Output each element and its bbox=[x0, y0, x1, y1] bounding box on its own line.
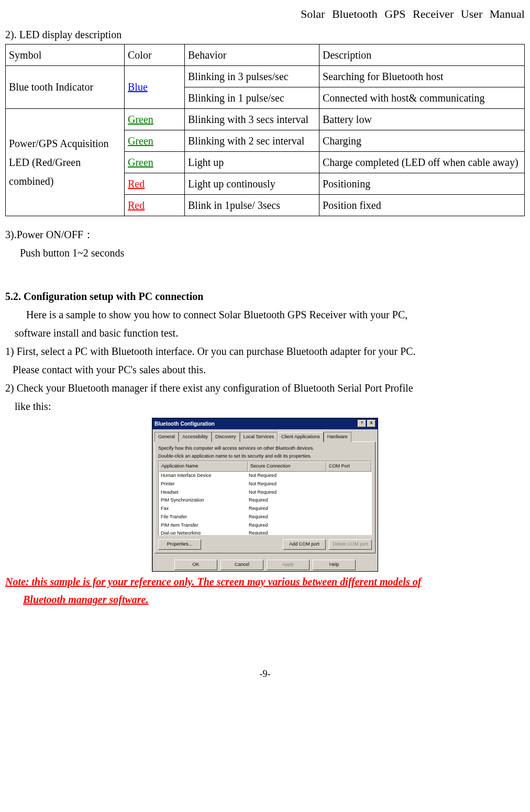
list-item[interactable]: PIM SynchronizationRequired bbox=[159, 496, 371, 505]
list-item[interactable]: PrinterNot Required bbox=[159, 480, 371, 488]
dialog-title: Bluetooth Configuration bbox=[154, 419, 215, 429]
cell: Required bbox=[247, 521, 324, 530]
cell bbox=[324, 521, 371, 530]
table-row: Power/GPS Acquisition LED (Red/Green com… bbox=[6, 108, 525, 130]
list-item[interactable]: File TransferRequired bbox=[159, 513, 371, 521]
list-item[interactable]: Dial-up NetworkingRequired bbox=[159, 529, 371, 535]
dialog-text: Double-click an application name to set … bbox=[158, 453, 372, 459]
col-com-port[interactable]: COM Port bbox=[326, 461, 371, 472]
dialog-titlebar: Bluetooth Configuration ? X bbox=[152, 418, 378, 430]
cell: Human Interface Device bbox=[159, 472, 247, 480]
color-red: Red bbox=[128, 178, 145, 190]
dialog-button-row: Properties... Add COM port Delete COM po… bbox=[158, 539, 372, 550]
cell-behavior: Blinking in 1 pulse/sec bbox=[185, 87, 319, 108]
add-com-port-button[interactable]: Add COM port bbox=[283, 539, 326, 550]
cell bbox=[324, 496, 371, 505]
sec52-title: 5.2. Configuration setup with PC connect… bbox=[5, 287, 525, 306]
cell: Dial-up Networking bbox=[159, 529, 247, 535]
cell bbox=[324, 472, 371, 480]
cell bbox=[324, 513, 371, 521]
delete-com-port-button[interactable]: Delete COM port bbox=[329, 539, 372, 550]
note-line2: Bluetooth manager software. bbox=[5, 594, 148, 605]
paragraph-text: like this: bbox=[5, 401, 51, 412]
tab-general[interactable]: General bbox=[154, 432, 179, 442]
cell-behavior: Light up continously bbox=[185, 173, 319, 194]
col-secure-connection[interactable]: Secure Connection bbox=[248, 461, 326, 472]
paragraph-text: 1) First, select a PC with Bluetooth int… bbox=[5, 346, 416, 357]
dialog-panel: Specify how this computer will access se… bbox=[154, 441, 376, 553]
tab-hardware[interactable]: Hardware bbox=[324, 432, 351, 442]
table-row: Blue tooth Indicator Blue Blinking in 3 … bbox=[6, 65, 525, 87]
list-item[interactable]: PIM Item TransferRequired bbox=[159, 521, 371, 530]
cell: Required bbox=[247, 505, 324, 513]
properties-button[interactable]: Properties... bbox=[158, 539, 201, 550]
cell-description: Connected with host& communicating bbox=[319, 87, 525, 108]
cell: Required bbox=[247, 496, 324, 505]
cell-color: Green bbox=[125, 151, 185, 173]
tab-local-services[interactable]: Local Services bbox=[240, 432, 278, 442]
cell: PIM Item Transfer bbox=[159, 521, 247, 530]
dialog-text: Specify how this computer will access se… bbox=[158, 446, 372, 451]
list-item[interactable]: Human Interface DeviceNot Required bbox=[159, 472, 371, 480]
sec52-body: Here is a sample to show you how to conn… bbox=[5, 306, 525, 416]
cell bbox=[324, 488, 371, 497]
th-symbol: Symbol bbox=[6, 44, 125, 65]
cell-behavior: Blink in 1pulse/ 3secs bbox=[185, 194, 319, 216]
color-green: Green bbox=[128, 157, 153, 168]
help-icon[interactable]: ? bbox=[358, 420, 366, 427]
cell: Fax bbox=[159, 505, 247, 513]
cell: File Transfer bbox=[159, 513, 247, 521]
led-table: Symbol Color Behavior Description Blue t… bbox=[5, 44, 525, 216]
close-icon[interactable]: X bbox=[367, 420, 376, 427]
cell-color: Green bbox=[125, 108, 185, 130]
tab-accessibility[interactable]: Accessibility bbox=[179, 432, 212, 442]
tab-discovery[interactable]: Discovery bbox=[212, 432, 240, 442]
cell bbox=[324, 505, 371, 513]
note-line1: Note: this sample is for your reference … bbox=[5, 576, 421, 587]
cell-behavior: Blinking with 3 secs interval bbox=[185, 108, 319, 130]
cell bbox=[324, 529, 371, 535]
cell-description: Battery low bbox=[319, 108, 525, 130]
color-green: Green bbox=[128, 114, 153, 125]
cell: PIM Synchronization bbox=[159, 496, 247, 505]
col-application-name[interactable]: Application Name bbox=[159, 461, 248, 472]
th-description: Description bbox=[319, 44, 525, 65]
cell: Not Required bbox=[247, 488, 324, 497]
cell-color: Red bbox=[125, 173, 185, 194]
cell: Not Required bbox=[247, 480, 324, 488]
th-color: Color bbox=[125, 44, 185, 65]
cell: Required bbox=[247, 513, 324, 521]
color-red: Red bbox=[128, 199, 145, 211]
color-blue: Blue bbox=[128, 81, 148, 93]
cell-description: Positioning bbox=[319, 173, 525, 194]
cell-behavior: Blinking with 2 sec interval bbox=[185, 130, 319, 151]
sec3-body: Push button 1~2 seconds bbox=[5, 244, 525, 262]
note-text: Note: this sample is for your reference … bbox=[5, 573, 525, 608]
list-item[interactable]: HeadsetNot Required bbox=[159, 488, 371, 497]
dialog-tabstrip: General Accessibility Discovery Local Se… bbox=[152, 429, 378, 441]
ok-button[interactable]: OK bbox=[174, 560, 217, 570]
cell-bt-color: Blue bbox=[125, 65, 185, 108]
applications-listbox[interactable]: Application Name Secure Connection COM P… bbox=[158, 461, 372, 535]
cell-description: Charge completed (LED off when cable awa… bbox=[319, 151, 525, 173]
cell-pg-symbol: Power/GPS Acquisition LED (Red/Green com… bbox=[6, 108, 125, 216]
cell: Required bbox=[247, 529, 324, 535]
th-behavior: Behavior bbox=[185, 44, 319, 65]
bluetooth-config-dialog: Bluetooth Configuration ? X General Acce… bbox=[152, 418, 378, 572]
cell: Not Required bbox=[247, 472, 324, 480]
cell-description: Searching for Bluetooth host bbox=[319, 65, 525, 87]
color-green: Green bbox=[128, 135, 153, 147]
help-button[interactable]: Help bbox=[313, 560, 356, 570]
dialog-screenshot: Bluetooth Configuration ? X General Acce… bbox=[5, 418, 525, 572]
tab-client-applications[interactable]: Client Applications bbox=[278, 432, 324, 442]
apply-button[interactable]: Apply bbox=[267, 560, 310, 570]
cell-color: Red bbox=[125, 194, 185, 216]
page-header: Solar Bluetooth GPS Receiver User Manual bbox=[5, 4, 525, 25]
cell-description: Position fixed bbox=[319, 194, 525, 216]
sec2-title: 2). LED display description bbox=[5, 26, 525, 44]
table-head-row: Symbol Color Behavior Description bbox=[6, 44, 525, 65]
cell-bt-symbol: Blue tooth Indicator bbox=[6, 65, 125, 108]
dialog-bottom-buttons: OK Cancel Apply Help bbox=[152, 558, 378, 571]
list-item[interactable]: FaxRequired bbox=[159, 505, 371, 513]
cancel-button[interactable]: Cancel bbox=[220, 560, 263, 570]
